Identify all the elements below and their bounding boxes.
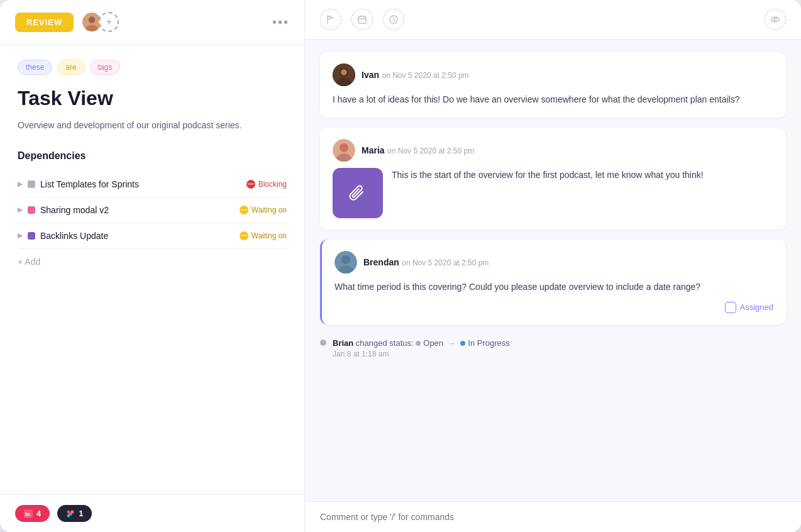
comment-input-bar [305,501,801,532]
dependency-item[interactable]: ▶ Sharing modal v2 — Waiting on [18,197,287,223]
status-change-text: Brian changed status: Open → In Progress [333,338,510,348]
paperclip-icon [348,183,368,203]
review-button[interactable]: REVIEW [15,13,74,32]
comment-card-brendan: Brendan on Nov 5 2020 at 2:50 pm What ti… [320,240,786,324]
blocking-icon: — [246,180,255,189]
assigned-label: Assigned [740,302,773,312]
avatar-brendan [334,251,357,274]
svg-point-12 [774,18,776,21]
open-dot-icon [416,341,421,346]
right-panel: Ivan on Nov 5 2020 at 2:50 pm I have a l… [305,0,801,532]
more-options-button[interactable]: ••• [272,15,289,30]
comment-date: on Nov 5 2020 at 2:50 pm [402,258,489,267]
comment-meta: Maria on Nov 5 2020 at 2:50 pm [362,145,474,156]
dep-name: Sharing modal v2 [40,205,235,215]
svg-rect-9 [358,16,366,23]
comment-author: Ivan [362,70,379,80]
assigned-button[interactable]: Assigned [725,302,773,313]
status-dot [320,340,326,346]
arrow-icon: → [448,339,456,348]
figma-badge[interactable]: 1 [57,505,92,522]
comment-input[interactable] [320,512,786,522]
eye-icon [770,14,780,25]
comment-author: Brendan [363,257,399,267]
dep-badge-waiting: — Waiting on [240,231,287,240]
waiting-icon: — [240,206,248,214]
comment-date: on Nov 5 2020 at 2:50 pm [382,71,468,80]
tag-are[interactable]: are [57,60,84,75]
chevron-icon: ▶ [18,180,23,188]
dependency-item[interactable]: ▶ Backlinks Update — Waiting on [18,223,287,249]
dependencies-section-title: Dependencies [18,150,287,162]
dependency-list: ▶ List Templates for Sprints — Blocking … [18,172,287,249]
comment-body: I have a lot of ideas for this! Do we ha… [333,92,773,106]
flag-icon [326,14,336,25]
dep-name: Backlinks Update [40,231,235,241]
status-change-info: Brian changed status: Open → In Progress… [333,337,510,358]
dep-dot-purple [28,232,35,240]
attachment-thumbnail[interactable] [333,168,383,218]
invision-badge[interactable]: In 4 [15,505,50,522]
svg-point-18 [340,143,348,152]
right-header [305,0,801,40]
dependency-item[interactable]: ▶ List Templates for Sprints — Blocking [18,172,287,197]
clock-button[interactable] [383,9,404,30]
svg-point-11 [771,17,779,22]
svg-point-1 [89,16,96,23]
dep-badge-waiting: — Waiting on [240,206,287,214]
invision-count: 4 [36,509,41,518]
comment-card: Ivan on Nov 5 2020 at 2:50 pm I have a l… [320,52,786,118]
flag-button[interactable] [320,9,341,30]
dep-dot-pink [28,206,35,214]
comment-author: Maria [362,145,385,155]
calendar-button[interactable] [351,9,373,30]
dep-name: List Templates for Sprints [40,179,241,189]
comment-header: Ivan on Nov 5 2020 at 2:50 pm [333,64,773,86]
tag-tags[interactable]: tags [90,60,121,75]
svg-point-21 [341,255,350,264]
clock-icon [389,14,399,25]
bottom-toolbar: In 4 1 [0,494,304,532]
avatar-ivan [333,64,355,86]
comment-body: What time period is this covering? Could… [334,280,773,294]
waiting-icon: — [240,231,248,240]
comment-meta: Ivan on Nov 5 2020 at 2:50 pm [362,69,469,80]
chevron-icon: ▶ [18,231,23,240]
left-panel: REVIEW + ••• these are tag [0,0,305,532]
tag-these[interactable]: these [18,60,52,75]
dep-badge-blocking: — Blocking [246,180,287,189]
status-change-user: Brian [333,338,353,348]
comment-header: Brendan on Nov 5 2020 at 2:50 pm [334,251,773,274]
tags-row: these are tags [18,60,287,75]
dep-dot-gray [28,180,35,188]
avatar-maria [333,139,355,162]
status-to: In Progress [460,337,509,350]
add-dependency-button[interactable]: + Add [18,257,287,267]
status-change-date: Jan 8 at 1:18 am [333,350,510,358]
assigned-checkbox[interactable] [725,302,736,313]
in-progress-dot-icon [460,341,465,346]
svg-text:In: In [25,511,30,518]
app-window: REVIEW + ••• these are tag [0,0,801,532]
calendar-icon [357,14,367,25]
svg-point-7 [71,510,74,513]
left-header: REVIEW + ••• [0,0,304,45]
invision-icon: In [24,509,33,518]
left-body: these are tags Task View Overview and de… [0,45,304,494]
avatar-group: + [81,11,119,33]
figma-count: 1 [79,509,83,518]
task-description: Overview and development of our original… [18,118,287,132]
add-avatar-button[interactable]: + [99,12,119,32]
comment-body: This is the start of the overview for th… [392,168,704,182]
eye-button[interactable] [765,9,786,30]
task-title: Task View [18,87,287,109]
comment-date: on Nov 5 2020 at 2:50 pm [387,147,474,155]
status-from: Open [416,337,443,350]
svg-point-16 [341,69,347,75]
status-change: Brian changed status: Open → In Progress… [320,335,786,361]
svg-point-8 [67,514,70,517]
chevron-icon: ▶ [18,206,23,214]
comment-meta: Brendan on Nov 5 2020 at 2:50 pm [363,257,489,268]
comment-with-attachment: This is the start of the overview for th… [333,168,773,218]
figma-icon [66,509,75,518]
